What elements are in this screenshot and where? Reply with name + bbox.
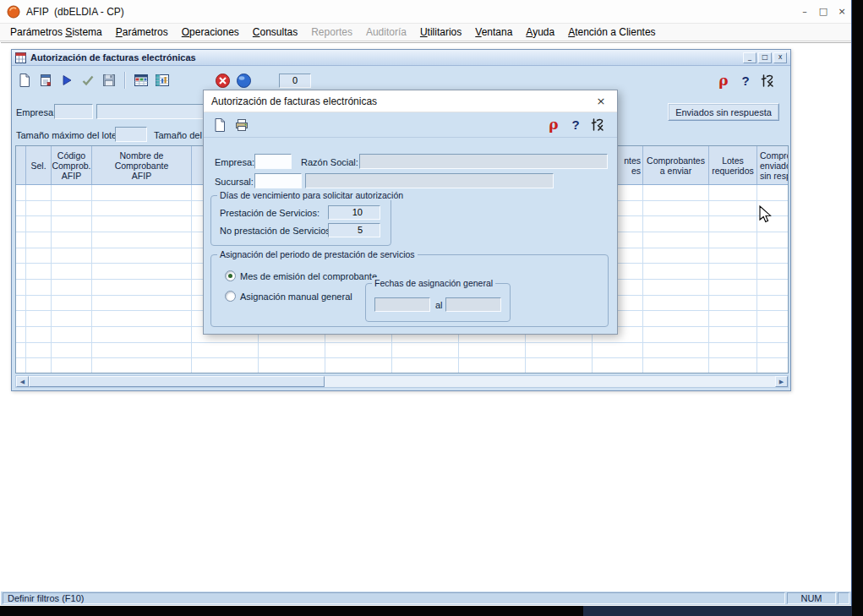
menu-parametros-sistema[interactable]: Parámetros Sistema	[3, 25, 109, 40]
dialog-titlebar: Autorización de facturas electrónicas ×	[204, 90, 617, 112]
menu-utilitarios[interactable]: Utilitarios	[413, 25, 468, 40]
dialog-empresa-label: Empresa:	[215, 157, 254, 167]
menu-consultas[interactable]: Consultas	[246, 25, 304, 40]
sucursal-input[interactable]	[254, 173, 302, 188]
lote-input[interactable]	[115, 127, 147, 142]
connection-icon[interactable]	[234, 71, 253, 90]
scroll-right-button[interactable]: ▶	[775, 376, 788, 387]
table-row[interactable]	[16, 358, 788, 373]
column-header-nombre-de-comprobante-afip[interactable]: Nombre deComprobanteAFIP	[92, 146, 192, 184]
lots-grid-icon[interactable]	[132, 71, 150, 90]
tamano-del-label: Tamaño del	[154, 130, 202, 140]
menu-operaciones[interactable]: Operaciones	[175, 25, 246, 40]
exit-icon[interactable]	[588, 115, 607, 134]
table-cell	[593, 358, 643, 373]
column-header-col0[interactable]	[16, 146, 26, 184]
column-header-codigo-comprob-afip[interactable]: CódigoComprob.AFIP	[52, 146, 92, 184]
no-prestacion-input[interactable]: 5	[328, 223, 380, 237]
fecha-desde-input	[374, 297, 430, 312]
child-close-button[interactable]: x	[773, 52, 787, 63]
confirm-check-icon[interactable]	[79, 71, 97, 90]
table-cell	[643, 201, 709, 216]
horizontal-scrollbar[interactable]: ◀ ▶	[15, 375, 789, 388]
help-icon[interactable]: ?	[566, 115, 585, 134]
table-cell	[643, 311, 709, 326]
table-cell	[52, 264, 92, 279]
radio-mes-emision[interactable]	[225, 270, 236, 281]
close-button[interactable]: ×	[833, 0, 851, 23]
table-cell	[709, 248, 757, 264]
results-grid-icon[interactable]	[153, 71, 172, 90]
empresa-code-input[interactable]	[54, 104, 93, 119]
dialog-title: Autorización de facturas electrónicas	[211, 95, 377, 107]
menu-ayuda[interactable]: Ayuda	[519, 25, 561, 40]
column-header-comprobantes-enviados-sin-respuesta[interactable]: Comprobantesenviadossin respuesta	[757, 146, 789, 184]
table-cell	[709, 201, 757, 216]
table-cell	[16, 327, 26, 342]
minimize-button[interactable]: –	[795, 0, 814, 23]
exit-icon[interactable]	[758, 71, 777, 90]
maximize-button[interactable]: □	[814, 0, 833, 23]
app-title: AFIP (dbELDIA - CP)	[26, 6, 124, 18]
table-cell	[26, 248, 52, 264]
table-cell	[757, 327, 789, 342]
stop-icon[interactable]	[213, 71, 232, 90]
table-cell	[26, 185, 52, 200]
print-icon[interactable]	[232, 116, 251, 134]
menubar: Parámetros SistemaParámetrosOperacionesC…	[0, 24, 851, 41]
table-cell	[16, 296, 26, 311]
radio-asignacion-manual[interactable]	[225, 291, 236, 302]
num-lock-indicator: NUM	[787, 592, 836, 604]
phone-icon[interactable]: ρ	[714, 71, 733, 90]
table-cell	[757, 343, 789, 358]
menu-parametros[interactable]: Parámetros	[109, 25, 175, 40]
child-maximize-button[interactable]: □	[758, 52, 772, 63]
new-document-icon[interactable]	[15, 71, 34, 90]
child-minimize-button[interactable]: _	[743, 52, 756, 63]
table-cell	[709, 280, 757, 295]
prestacion-input[interactable]: 10	[328, 205, 380, 220]
menu-ventana[interactable]: Ventana	[468, 25, 519, 40]
statusbar-end-segment	[838, 592, 849, 604]
save-icon[interactable]	[100, 71, 118, 90]
asignacion-groupbox: Asignación del periodo de prestación de …	[210, 254, 609, 327]
scroll-left-button[interactable]: ◀	[16, 376, 29, 387]
phone-icon[interactable]: ρ	[544, 115, 563, 134]
table-cell	[643, 232, 709, 248]
table-cell	[643, 358, 709, 373]
desktop-edge-right	[852, 0, 863, 616]
table-cell	[593, 343, 643, 358]
table-row[interactable]	[16, 343, 788, 359]
table-cell	[92, 280, 192, 295]
help-icon[interactable]: ?	[736, 71, 755, 90]
table-cell	[459, 358, 526, 373]
table-cell	[325, 343, 392, 358]
app-titlebar: AFIP (dbELDIA - CP) – □ ×	[0, 0, 851, 24]
table-cell	[52, 343, 92, 358]
table-cell	[392, 358, 459, 373]
table-cell	[643, 327, 709, 342]
table-cell	[16, 216, 26, 232]
table-cell	[52, 280, 92, 295]
column-header-comprobantes-a-enviar[interactable]: Comprobantesa enviar	[643, 146, 709, 184]
column-header-sel[interactable]: Sel.	[26, 146, 52, 184]
run-icon[interactable]	[57, 71, 76, 90]
table-cell	[26, 232, 52, 248]
toolbar-separator	[124, 72, 126, 89]
table-cell	[26, 201, 52, 216]
new-document-icon[interactable]	[210, 116, 229, 134]
edit-form-icon[interactable]	[36, 71, 55, 90]
dialog-empresa-input[interactable]	[254, 154, 292, 169]
menu-atencion-a-clientes[interactable]: Atención a Clientes	[561, 25, 662, 40]
child-toolbar: 0	[15, 71, 311, 90]
column-header-lotes-requeridos[interactable]: Lotesrequeridos	[709, 146, 757, 184]
table-cell	[709, 185, 757, 200]
child-titlebar: Autorización de facturas electrónicas _ …	[12, 50, 790, 66]
mouse-cursor	[759, 205, 773, 224]
enviados-sin-respuesta-button[interactable]: Enviados sin respuesta	[668, 103, 779, 121]
dialog-close-button[interactable]: ×	[585, 90, 617, 112]
table-cell	[757, 280, 789, 295]
caption-buttons: – □ ×	[795, 0, 851, 23]
scroll-thumb[interactable]	[29, 376, 325, 387]
table-cell	[643, 343, 709, 358]
